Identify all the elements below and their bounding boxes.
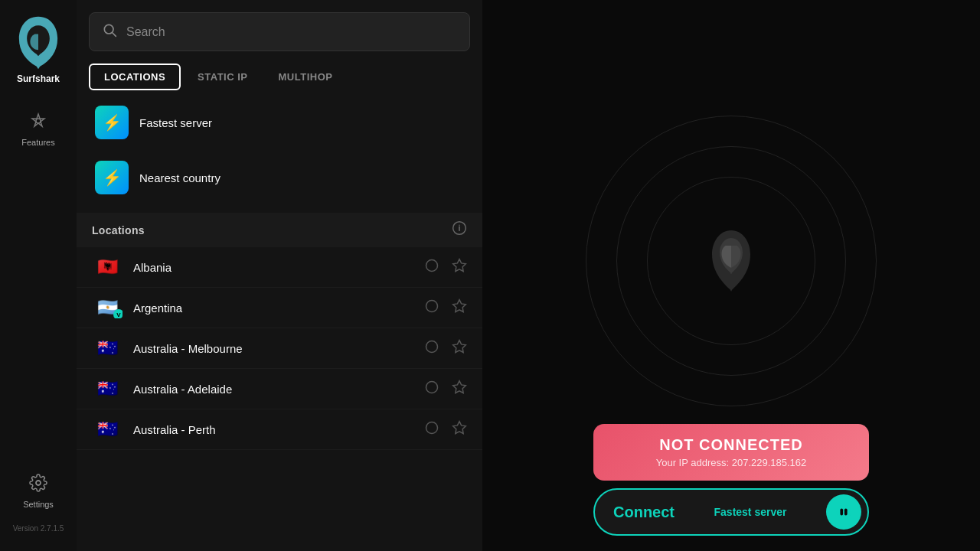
argentina-favorite-icon[interactable] (452, 298, 467, 318)
fastest-server-label: Fastest server (714, 506, 787, 518)
country-name-australia-adelaide: Australia - Adelaide (133, 383, 413, 396)
fastest-server-item[interactable]: ⚡ Fastest server (83, 96, 476, 148)
tab-locations[interactable]: LOCATIONS (89, 64, 181, 90)
svg-point-12 (426, 341, 438, 352)
settings-label: Settings (23, 500, 54, 509)
right-panel: NOT CONNECTED Your IP address: 207.229.1… (482, 0, 980, 551)
australia-perth-actions (424, 420, 467, 439)
bottom-status: NOT CONNECTED Your IP address: 207.229.1… (498, 424, 965, 536)
sidebar-item-settings[interactable]: Settings (0, 465, 77, 518)
country-item-argentina[interactable]: 🇦🇷 V Argentina (77, 288, 482, 328)
quick-connect-list: ⚡ Fastest server ⚡ Nearest country (83, 96, 476, 207)
svg-point-2 (36, 481, 41, 485)
australia-adelaide-actions (424, 380, 467, 399)
aus-mel-favorite-icon[interactable] (452, 339, 467, 358)
nearest-country-icon: ⚡ (95, 161, 129, 194)
albania-favorite-icon[interactable] (452, 258, 467, 277)
svg-rect-19 (840, 508, 843, 515)
tabs: LOCATIONS STATIC IP MULTIHOP (89, 64, 470, 90)
country-name-australia-melbourne: Australia - Melbourne (133, 342, 413, 355)
svg-marker-17 (453, 421, 466, 433)
albania-actions (424, 258, 467, 277)
country-list: 🇦🇱 Albania 🇦🇷 V Ar (77, 247, 482, 551)
features-label: Features (21, 138, 54, 147)
sidebar-logo[interactable]: Surfshark (8, 12, 69, 84)
country-item-australia-melbourne[interactable]: 🇦🇺 Australia - Melbourne (77, 328, 482, 369)
flag-albania: 🇦🇱 (92, 256, 122, 278)
main-panel: LOCATIONS STATIC IP MULTIHOP ⚡ Fastest s… (77, 0, 482, 551)
sidebar: Surfshark Features Settings Version 2.7.… (0, 0, 77, 551)
search-icon (102, 22, 117, 41)
flag-australia-adelaide: 🇦🇺 (92, 378, 122, 399)
svg-point-7 (459, 224, 460, 226)
country-item-albania[interactable]: 🇦🇱 Albania (77, 247, 482, 288)
argentina-connect-icon[interactable] (424, 298, 439, 318)
svg-marker-9 (453, 259, 466, 271)
aus-per-favorite-icon[interactable] (452, 420, 467, 439)
aus-adl-connect-icon[interactable] (424, 380, 439, 399)
country-name-argentina: Argentina (133, 302, 413, 315)
svg-point-14 (426, 381, 438, 393)
svg-rect-20 (844, 508, 848, 515)
svg-line-4 (113, 33, 116, 37)
surfshark-center-logo (685, 215, 777, 307)
search-input[interactable] (126, 25, 457, 39)
australia-melbourne-actions (424, 339, 467, 358)
albania-connect-icon[interactable] (424, 258, 439, 277)
locations-title: Locations (92, 224, 145, 236)
svg-marker-13 (453, 340, 466, 352)
tab-multihop[interactable]: MULTIHOP (265, 64, 347, 90)
nearest-country-item[interactable]: ⚡ Nearest country (83, 152, 476, 204)
country-item-australia-perth[interactable]: 🇦🇺 Australia - Perth (77, 409, 482, 450)
app-version: Version 2.7.1.5 (13, 524, 64, 539)
flag-australia-perth: 🇦🇺 (92, 419, 122, 440)
globe-container (586, 116, 877, 406)
connect-label: Connect (613, 504, 675, 521)
svg-point-18 (837, 505, 851, 519)
country-item-australia-adelaide[interactable]: 🇦🇺 Australia - Adelaide (77, 369, 482, 409)
svg-point-8 (426, 259, 438, 271)
svg-point-16 (426, 422, 438, 433)
flag-argentina: 🇦🇷 V (92, 297, 122, 318)
flag-australia-melbourne: 🇦🇺 (92, 337, 122, 359)
svg-marker-15 (453, 380, 466, 393)
virtual-badge-argentina: V (113, 309, 122, 318)
svg-marker-11 (453, 299, 466, 311)
aus-adl-favorite-icon[interactable] (452, 380, 467, 399)
settings-icon (29, 474, 47, 497)
search-bar (89, 12, 470, 51)
sidebar-item-features[interactable]: Features (0, 103, 77, 156)
aus-per-connect-icon[interactable] (424, 420, 439, 439)
surfshark-logo-icon (8, 12, 69, 73)
features-icon (29, 112, 47, 135)
ip-address: Your IP address: 207.229.185.162 (612, 457, 851, 468)
argentina-actions (424, 298, 467, 318)
country-name-australia-perth: Australia - Perth (133, 423, 413, 436)
fastest-server-label: Fastest server (139, 116, 212, 129)
country-name-albania: Albania (133, 261, 413, 274)
app-name: Surfshark (17, 73, 60, 84)
not-connected-title: NOT CONNECTED (612, 436, 851, 454)
not-connected-banner: NOT CONNECTED Your IP address: 207.229.1… (593, 424, 869, 481)
connect-bar[interactable]: Connect Fastest server (593, 488, 869, 536)
tab-static-ip[interactable]: STATIC IP (184, 64, 261, 90)
svg-point-10 (426, 300, 438, 311)
info-icon[interactable] (452, 220, 467, 240)
nearest-country-label: Nearest country (139, 171, 220, 184)
fastest-server-icon: ⚡ (95, 106, 129, 139)
connect-button-icon[interactable] (826, 494, 861, 530)
aus-mel-connect-icon[interactable] (424, 339, 439, 358)
locations-header: Locations (77, 213, 482, 247)
